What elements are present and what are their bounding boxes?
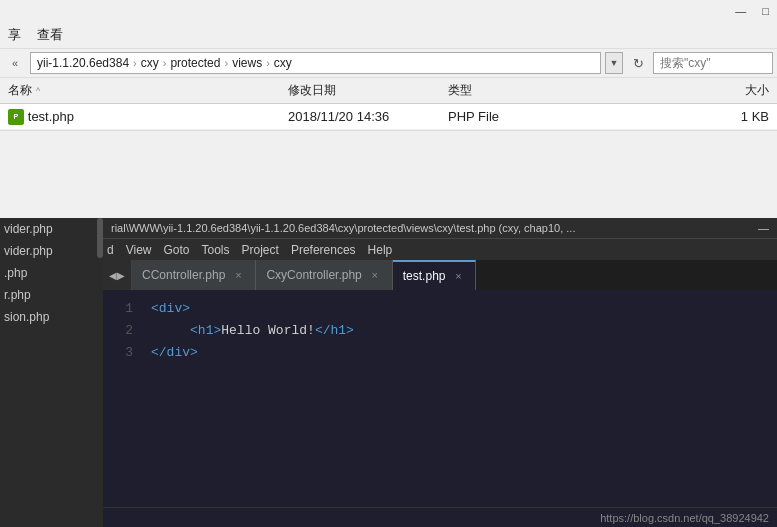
explorer-menu-share[interactable]: 享 bbox=[8, 26, 21, 44]
code-div-close-tag: div bbox=[167, 342, 190, 364]
tab-testphp[interactable]: test.php × bbox=[393, 260, 477, 290]
ide-menu-view[interactable]: View bbox=[126, 243, 152, 257]
tabs-bar: ◀ ▶ CController.php × CxyController.php … bbox=[103, 260, 777, 290]
tab-testphp-close[interactable]: × bbox=[451, 269, 465, 283]
col-type-label[interactable]: 类型 bbox=[448, 82, 568, 99]
col-date-label[interactable]: 修改日期 bbox=[288, 82, 448, 99]
sidebar-item-2[interactable]: .php bbox=[0, 262, 103, 284]
code-tag-open: < bbox=[151, 298, 159, 320]
path-segment-1: cxy bbox=[141, 56, 159, 70]
tab-cxycontroller-label: CxyController.php bbox=[266, 268, 361, 282]
ide-menu-tools[interactable]: Tools bbox=[202, 243, 230, 257]
editor-path-dash[interactable]: — bbox=[758, 222, 769, 234]
tab-nav-left-arrow: ◀ bbox=[109, 270, 117, 281]
file-date: 2018/11/20 14:36 bbox=[288, 109, 448, 124]
file-table: 名称 ^ 修改日期 类型 大小 P test.php 2018/11/20 14… bbox=[0, 78, 777, 131]
php-file-icon: P bbox=[8, 109, 24, 125]
code-h1-close-bracket: > bbox=[346, 320, 354, 342]
path-segment-2: protected bbox=[170, 56, 220, 70]
code-hello-text: Hello World! bbox=[221, 320, 315, 342]
address-dropdown-button[interactable]: ▼ bbox=[605, 52, 623, 74]
line-numbers: 1 2 3 bbox=[103, 290, 143, 507]
sidebar-item-4[interactable]: sion.php bbox=[0, 306, 103, 328]
code-h1-close-open: </ bbox=[315, 320, 331, 342]
tab-nav-right-arrow: ▶ bbox=[117, 270, 125, 281]
tab-ccontroller[interactable]: CController.php × bbox=[132, 260, 256, 290]
code-div-close-bracket: > bbox=[190, 342, 198, 364]
code-tag-div: div bbox=[159, 298, 182, 320]
sidebar-item-3[interactable]: r.php bbox=[0, 284, 103, 306]
path-sep-2: › bbox=[224, 57, 228, 69]
path-segment-0: yii-1.1.20.6ed384 bbox=[37, 56, 129, 70]
path-segment-4: cxy bbox=[274, 56, 292, 70]
status-url: https://blog.csdn.net/qq_38924942 bbox=[600, 512, 769, 524]
path-sep-1: › bbox=[163, 57, 167, 69]
explorer-menu: 享 查看 bbox=[0, 22, 777, 48]
line-number-1: 1 bbox=[103, 298, 133, 320]
ide-menu-help[interactable]: Help bbox=[368, 243, 393, 257]
code-tag-close: > bbox=[182, 298, 190, 320]
col-size-label[interactable]: 大小 bbox=[568, 82, 769, 99]
file-size: 1 KB bbox=[568, 109, 769, 124]
col-name-label[interactable]: 名称 bbox=[8, 82, 32, 99]
search-input[interactable] bbox=[660, 56, 760, 70]
code-content[interactable]: <div> <h1>Hello World!</h1> </div> bbox=[143, 290, 777, 507]
search-box[interactable] bbox=[653, 52, 773, 74]
file-table-header: 名称 ^ 修改日期 类型 大小 bbox=[0, 78, 777, 104]
path-sep-3: › bbox=[266, 57, 270, 69]
code-div-close-open: </ bbox=[151, 342, 167, 364]
ide-menu-project[interactable]: Project bbox=[242, 243, 279, 257]
code-indent bbox=[151, 320, 190, 342]
code-line-2: <h1>Hello World!</h1> bbox=[151, 320, 777, 342]
code-h1-close-tag: h1 bbox=[330, 320, 346, 342]
path-segment-3: views bbox=[232, 56, 262, 70]
editor-section: rial\WWW\yii-1.1.20.6ed384\yii-1.1.20.6e… bbox=[103, 218, 777, 527]
title-bar: — □ bbox=[0, 0, 777, 22]
maximize-button[interactable]: □ bbox=[762, 5, 769, 17]
tab-cxycontroller-close[interactable]: × bbox=[368, 268, 382, 282]
tab-ccontroller-close[interactable]: × bbox=[231, 268, 245, 282]
line-number-2: 2 bbox=[103, 320, 133, 342]
tab-cxycontroller[interactable]: CxyController.php × bbox=[256, 260, 392, 290]
tab-nav-left[interactable]: ◀ ▶ bbox=[103, 260, 132, 290]
sidebar-panel: vider.php vider.php .php r.php sion.php bbox=[0, 218, 103, 527]
file-name: test.php bbox=[28, 109, 288, 124]
tab-ccontroller-label: CController.php bbox=[142, 268, 225, 282]
refresh-button[interactable]: ↻ bbox=[627, 52, 649, 74]
code-h1-bracket-close: > bbox=[213, 320, 221, 342]
sidebar-item-1[interactable]: vider.php bbox=[0, 240, 103, 262]
line-number-3: 3 bbox=[103, 342, 133, 364]
editor-path-bar: rial\WWW\yii-1.1.20.6ed384\yii-1.1.20.6e… bbox=[103, 218, 777, 238]
ide-menu-goto[interactable]: Goto bbox=[163, 243, 189, 257]
ide-menu: d View Goto Tools Project Preferences He… bbox=[103, 238, 777, 260]
ide-menu-preferences[interactable]: Preferences bbox=[291, 243, 356, 257]
path-sep-0: › bbox=[133, 57, 137, 69]
status-bar: https://blog.csdn.net/qq_38924942 bbox=[103, 507, 777, 527]
code-h1-tag: h1 bbox=[198, 320, 214, 342]
editor-path-text: rial\WWW\yii-1.1.20.6ed384\yii-1.1.20.6e… bbox=[111, 222, 575, 234]
file-type: PHP File bbox=[448, 109, 568, 124]
code-line-3: </div> bbox=[151, 342, 777, 364]
code-editor[interactable]: 1 2 3 <div> <h1>Hello World!</h1> </div> bbox=[103, 290, 777, 507]
minimize-button[interactable]: — bbox=[735, 5, 746, 17]
sort-arrow-icon: ^ bbox=[36, 86, 40, 96]
explorer-menu-view[interactable]: 查看 bbox=[37, 26, 63, 44]
ide-menu-d[interactable]: d bbox=[107, 243, 114, 257]
sidebar-item-0[interactable]: vider.php bbox=[0, 218, 103, 240]
back-button[interactable]: « bbox=[4, 52, 26, 74]
address-bar: « yii-1.1.20.6ed384 › cxy › protected › … bbox=[0, 48, 777, 78]
address-path[interactable]: yii-1.1.20.6ed384 › cxy › protected › vi… bbox=[30, 52, 601, 74]
code-line-1: <div> bbox=[151, 298, 777, 320]
code-h1-open: < bbox=[190, 320, 198, 342]
tab-testphp-label: test.php bbox=[403, 269, 446, 283]
table-row[interactable]: P test.php 2018/11/20 14:36 PHP File 1 K… bbox=[0, 104, 777, 130]
